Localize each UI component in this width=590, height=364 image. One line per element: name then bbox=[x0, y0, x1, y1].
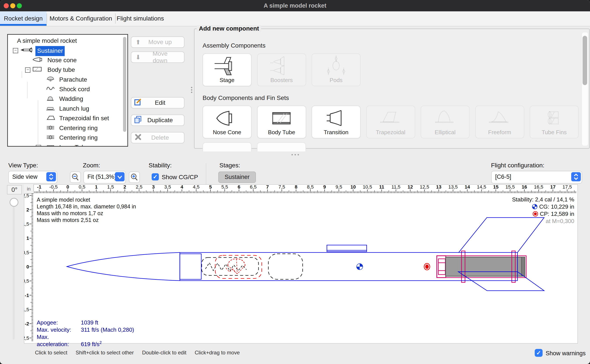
arrow-down-icon: ⬇ bbox=[131, 54, 145, 61]
add-elliptical-card[interactable]: Elliptical bbox=[421, 106, 469, 138]
add-nose-cone-card[interactable]: Nose Cone bbox=[202, 106, 252, 138]
tree-guide bbox=[22, 71, 22, 78]
add-stage-card[interactable]: Stage bbox=[202, 53, 252, 86]
card-label: Boosters bbox=[258, 77, 306, 84]
move-down-button[interactable]: ⬇Move down bbox=[131, 52, 184, 63]
cp-marker bbox=[424, 263, 430, 270]
tree-item-inner-tube[interactable]: Inner Tube bbox=[8, 143, 127, 147]
hint-text: Double-click to edit bbox=[142, 350, 186, 356]
tree-item-nose-cone[interactable]: Nose cone bbox=[8, 56, 127, 65]
tree-toggle-icon[interactable]: − bbox=[13, 48, 18, 53]
stability-title: Stability: bbox=[512, 196, 533, 203]
tube-icon bbox=[32, 66, 43, 73]
tree-item-shock-cord[interactable]: Shock cord bbox=[8, 85, 127, 94]
rocket-dimensions: Length 16,748 in, max. diameter 0,984 in bbox=[37, 203, 136, 210]
flight-stats: Apogee:1039 ft Max. velocity:311 ft/s (M… bbox=[37, 319, 134, 348]
ruler-unit-label: in bbox=[24, 184, 34, 194]
active-tab-underline bbox=[0, 24, 47, 26]
svg-text:14,5: 14,5 bbox=[477, 184, 486, 190]
svg-text:15,5: 15,5 bbox=[505, 184, 515, 190]
zoom-in-button[interactable] bbox=[129, 171, 140, 183]
svg-text:16: 16 bbox=[522, 184, 527, 190]
horizontal-splitter-handle[interactable] bbox=[291, 152, 300, 156]
add-tube-fins-card[interactable]: Tube Fins bbox=[530, 106, 579, 138]
rotation-slider-track[interactable] bbox=[13, 202, 15, 339]
tab-flight-simulations[interactable]: Flight simulations bbox=[116, 11, 165, 26]
title-bar: A simple model rocket bbox=[0, 0, 590, 11]
partial-card[interactable] bbox=[257, 142, 306, 151]
show-cgcp-label: Show CG/CP bbox=[162, 174, 198, 181]
stage-icon bbox=[203, 56, 251, 77]
add-freeform-card[interactable]: Freeform bbox=[475, 106, 524, 138]
motor[interactable] bbox=[446, 257, 525, 276]
delete-button[interactable]: Delete bbox=[131, 132, 184, 143]
tree-item-wadding[interactable]: Wadding bbox=[8, 95, 127, 103]
tree-item-parachute[interactable]: Parachute bbox=[8, 75, 127, 84]
tree-item-body-tube[interactable]: −Body tube bbox=[8, 65, 127, 74]
svg-text:1,5: 1,5 bbox=[107, 184, 114, 190]
svg-text:13: 13 bbox=[436, 184, 441, 190]
panel-scrollbar-thumb[interactable] bbox=[583, 36, 587, 85]
card-label: Trapezoidal bbox=[367, 129, 415, 136]
tree-item-centering-ring[interactable]: Centering ring bbox=[8, 133, 127, 142]
tree-item-sustainer[interactable]: −Sustainer bbox=[8, 46, 127, 55]
tree-item-centering-ring[interactable]: Centering ring bbox=[8, 124, 127, 132]
stage-toggle-sustainer[interactable]: Sustainer bbox=[218, 171, 256, 183]
shock-cord-line[interactable] bbox=[205, 263, 247, 271]
parachute-icon bbox=[46, 76, 55, 83]
bodytube-icon bbox=[258, 108, 306, 129]
tree-toggle-icon[interactable]: − bbox=[25, 67, 30, 73]
tree-item-trapezoidal-fin-set[interactable]: Trapezoidal fin set bbox=[8, 114, 127, 123]
tree-guide bbox=[38, 100, 38, 146]
zoom-out-button[interactable] bbox=[70, 171, 81, 183]
cp-icon bbox=[533, 211, 538, 217]
stability-value: 2,4 cal / 14,1 % bbox=[535, 196, 574, 203]
tree-item-launch-lug[interactable]: Launch lug bbox=[8, 104, 127, 113]
shock-cord-packed[interactable] bbox=[202, 258, 259, 275]
shockcord-icon bbox=[46, 86, 55, 93]
wadding-packed[interactable] bbox=[268, 254, 303, 279]
add-trapezoidal-card[interactable]: Trapezoidal bbox=[366, 106, 415, 138]
svg-text:8: 8 bbox=[295, 184, 297, 190]
stability-legend: Stability: 2,4 cal / 14,1 % CG: 10,229 i… bbox=[512, 196, 574, 225]
acceleration-sup: 2 bbox=[100, 340, 102, 345]
svg-text:8,5: 8,5 bbox=[307, 184, 314, 190]
add-pods-card[interactable]: Pods bbox=[312, 53, 361, 86]
card-label: Stage bbox=[203, 77, 251, 84]
nose-shoulder[interactable] bbox=[180, 254, 201, 279]
show-warnings-checkbox[interactable]: ✓ bbox=[535, 349, 543, 357]
add-body-tube-card[interactable]: Body Tube bbox=[257, 106, 306, 138]
cp-label: CP: bbox=[540, 211, 549, 217]
zoom-select[interactable]: Fit (51,3%) bbox=[83, 171, 126, 183]
vertical-splitter-handle[interactable] bbox=[191, 86, 192, 94]
tab-rocket-design[interactable]: Rocket design bbox=[0, 11, 47, 26]
move-up-button[interactable]: ⬆Move up bbox=[131, 36, 184, 48]
button-label: Duplicate bbox=[145, 117, 175, 124]
show-cgcp-checkbox[interactable]: ✓ bbox=[152, 173, 159, 181]
mach-note: at M=0,300 bbox=[512, 218, 574, 225]
flight-config-select[interactable]: [C6-5] bbox=[491, 171, 582, 183]
view-type-select[interactable]: Side view bbox=[8, 171, 57, 183]
hint-bar: Click to selectShift+click to select oth… bbox=[35, 350, 248, 356]
tree-item-a-simple-model-rocket[interactable]: A simple model rocket bbox=[8, 36, 127, 45]
tree-item-label: Body tube bbox=[47, 65, 75, 74]
launch-lug[interactable] bbox=[327, 245, 367, 252]
add-boosters-card[interactable]: Boosters bbox=[257, 53, 306, 86]
svg-text:10,5: 10,5 bbox=[363, 184, 372, 190]
ring-icon bbox=[46, 125, 55, 132]
chevron-updown-icon bbox=[46, 172, 56, 181]
tree-item-label: A simple model rocket bbox=[17, 36, 77, 45]
rotation-slider-knob[interactable] bbox=[10, 198, 18, 207]
tab-motors-configuration[interactable]: Motors & Configuration bbox=[47, 11, 115, 26]
parachute-packed[interactable] bbox=[215, 255, 262, 279]
partial-card[interactable] bbox=[202, 142, 252, 151]
rocket-mass-empty: Mass with no motors 1,7 oz bbox=[37, 210, 136, 217]
svg-text:14: 14 bbox=[465, 184, 470, 190]
duplicate-button[interactable]: Duplicate bbox=[131, 115, 184, 126]
svg-text:2,5: 2,5 bbox=[136, 184, 142, 190]
edit-button[interactable]: Edit bbox=[131, 97, 184, 109]
add-transition-card[interactable]: Transition bbox=[312, 106, 361, 138]
nose-cone-outline[interactable] bbox=[67, 253, 180, 281]
tree-toggle-icon[interactable] bbox=[36, 145, 41, 147]
tree-scrollbar[interactable] bbox=[123, 37, 126, 132]
